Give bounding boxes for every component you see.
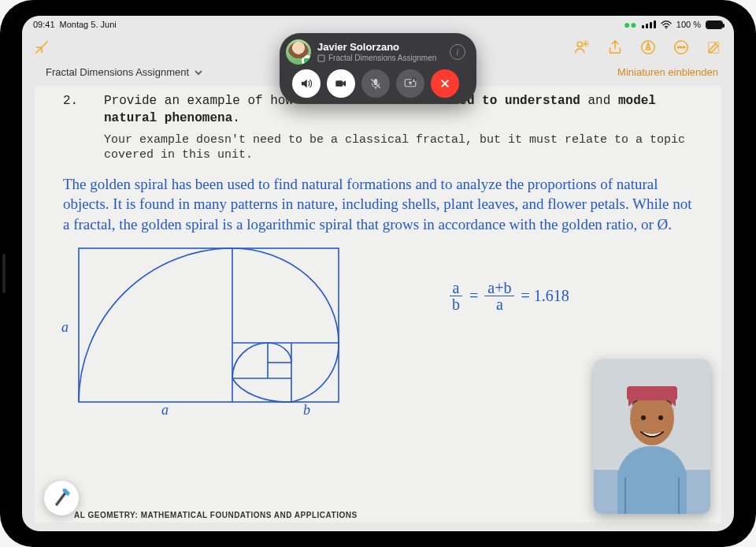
battery-icon [706, 20, 723, 29]
mute-button[interactable] [361, 69, 390, 98]
battery-percent: 100 % [676, 20, 701, 29]
format-icon[interactable] [639, 39, 657, 56]
more-icon[interactable] [673, 39, 690, 56]
page-footer-text: AL GEOMETRY: MATHEMATICAL FOUNDATIONS AN… [74, 511, 358, 519]
golden-ratio-equation: ab = a+ba = 1.618 [449, 280, 569, 312]
spiral-label-a-side: a [61, 319, 69, 336]
svg-point-6 [680, 47, 682, 48]
screenshare-button[interactable] [396, 69, 424, 98]
svg-rect-17 [318, 55, 324, 61]
facetime-call-overlay[interactable]: Javier Solorzano Fractal Dimensions Assi… [280, 33, 476, 104]
video-toggle-button[interactable] [327, 69, 355, 98]
document-title: Fractal Dimensions Assignment [46, 66, 189, 78]
svg-rect-29 [627, 386, 677, 400]
status-time: 09:41 [33, 20, 55, 29]
spiral-label-b-bottom: b [303, 402, 310, 419]
svg-point-2 [584, 43, 587, 46]
share-icon[interactable] [606, 39, 624, 56]
thumbnails-toggle[interactable]: Miniaturen einblenden [617, 66, 718, 78]
call-info-button[interactable]: i [450, 44, 465, 60]
signal-icon [642, 20, 656, 28]
handwritten-answer: The golden spiral has been used to find … [63, 174, 693, 235]
collaborate-icon[interactable] [573, 39, 591, 56]
self-view-illustration [594, 359, 710, 514]
caller-avatar [286, 39, 311, 65]
screenshare-subtitle: Fractal Dimensions Assignmen [317, 54, 443, 63]
svg-point-31 [658, 415, 663, 420]
svg-point-7 [684, 47, 685, 48]
wifi-icon [661, 20, 672, 29]
end-call-button[interactable] [431, 69, 459, 98]
spiral-label-a-bottom: a [161, 402, 169, 419]
status-bar: 09:41 Montag 5. Juni ●● 100 % [22, 16, 734, 33]
svg-rect-16 [304, 58, 310, 63]
audio-route-button[interactable] [292, 69, 321, 98]
svg-point-1 [577, 42, 582, 47]
golden-spiral-drawing [63, 244, 346, 410]
compose-icon[interactable] [706, 39, 723, 56]
svg-rect-18 [335, 80, 343, 87]
svg-point-23 [413, 79, 415, 80]
svg-point-30 [641, 415, 646, 420]
pencil-tool-button[interactable] [44, 481, 79, 515]
device-side-button [2, 254, 6, 293]
question-number: 2. [63, 92, 82, 128]
facetime-active-icon: ●● [624, 19, 637, 30]
svg-point-5 [677, 47, 679, 48]
facetime-self-view[interactable] [594, 359, 710, 514]
document-title-button[interactable]: Fractal Dimensions Assignment [46, 66, 203, 78]
collapse-icon[interactable] [33, 39, 50, 56]
svg-point-0 [665, 27, 667, 28]
svg-rect-8 [709, 43, 719, 54]
caller-name: Javier Solorzano [317, 41, 443, 54]
chevron-down-icon [194, 68, 203, 77]
question-subtext: Your example doesn't need to be a classi… [104, 132, 693, 163]
svg-rect-9 [79, 248, 339, 402]
status-date: Montag 5. Juni [60, 20, 117, 29]
